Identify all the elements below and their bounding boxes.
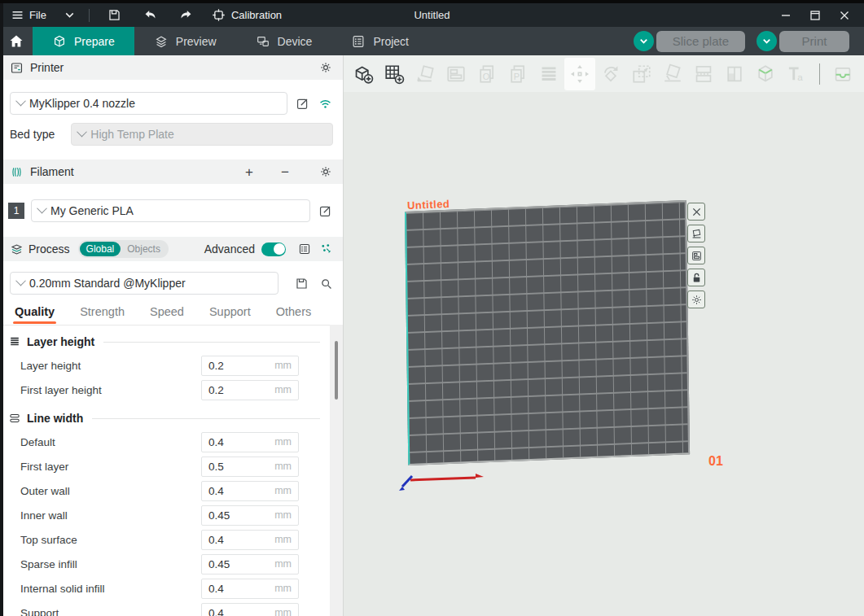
printer-settings-gear-icon[interactable] <box>318 60 333 75</box>
orient-plate-icon[interactable] <box>687 225 705 242</box>
param-value[interactable]: 0.2 <box>208 384 274 396</box>
print-options-chevron-icon[interactable] <box>757 31 777 51</box>
scope-objects-option[interactable]: Objects <box>121 242 167 256</box>
param-input[interactable]: 0.4mm <box>201 481 299 501</box>
process-tab-others[interactable]: Others <box>274 300 314 323</box>
delete-plate-icon[interactable] <box>687 203 705 221</box>
wifi-connection-icon[interactable] <box>317 95 333 111</box>
maximize-button[interactable] <box>804 6 827 25</box>
filament-settings-gear-icon[interactable] <box>318 164 333 179</box>
process-tab-support[interactable]: Support <box>208 300 252 323</box>
scope-global-option[interactable]: Global <box>80 242 121 256</box>
edit-filament-icon[interactable] <box>317 203 333 219</box>
filament-preset-select[interactable]: My Generic PLA <box>31 199 310 222</box>
process-preset-select[interactable]: 0.20mm Standard @MyKlipper <box>10 272 278 295</box>
filament-preset-value: My Generic PLA <box>50 204 134 217</box>
copy-icon: O <box>471 58 502 90</box>
viewport-3d[interactable]: OPa Untitled 01 <box>344 55 864 616</box>
slice-plate-button[interactable]: Slice plate <box>656 31 745 52</box>
param-input[interactable]: 0.45mm <box>201 505 299 526</box>
edit-printer-icon[interactable] <box>294 95 310 111</box>
process-tab-quality[interactable]: Quality <box>13 300 56 323</box>
hamburger-menu-icon[interactable] <box>10 8 24 23</box>
add-plate-icon[interactable] <box>379 58 410 90</box>
param-value[interactable]: 0.2 <box>208 360 274 372</box>
calibration-icon[interactable] <box>212 8 226 23</box>
undo-icon[interactable] <box>143 8 158 23</box>
tab-label: Project <box>373 35 409 48</box>
printer-preset-select[interactable]: MyKlipper 0.4 nozzle <box>10 92 287 115</box>
save-icon[interactable] <box>107 8 122 23</box>
process-tab-speed[interactable]: Speed <box>148 300 186 323</box>
arrange-plate-icon[interactable] <box>687 247 705 264</box>
advanced-toggle[interactable] <box>261 242 286 256</box>
parameter-list: Layer heightLayer height0.2mmFirst layer… <box>0 325 343 616</box>
param-value[interactable]: 0.45 <box>208 509 274 522</box>
file-menu[interactable]: File <box>29 9 46 21</box>
build-plate[interactable] <box>405 200 690 465</box>
param-value[interactable]: 0.4 <box>208 436 274 448</box>
save-preset-icon[interactable] <box>293 275 309 291</box>
redo-icon[interactable] <box>179 8 194 23</box>
parameter-list-icon[interactable] <box>297 242 312 256</box>
plate-settings-icon[interactable] <box>687 291 705 308</box>
slice-options-chevron-icon[interactable] <box>634 31 654 51</box>
section-header-layer-height[interactable]: Layer height <box>0 330 343 353</box>
tab-prepare[interactable]: Prepare <box>33 27 134 55</box>
window-left-edge <box>0 0 3 616</box>
remove-filament-icon[interactable]: − <box>278 164 292 179</box>
param-value[interactable]: 0.4 <box>208 534 274 546</box>
bed-type-select[interactable]: High Temp Plate <box>71 123 333 146</box>
print-button[interactable]: Print <box>779 31 849 52</box>
print-split-button[interactable]: Print <box>757 31 849 52</box>
add-filament-icon[interactable]: + <box>242 164 257 179</box>
bed-type-value: High Temp Plate <box>90 128 173 141</box>
plate-number-label: 01 <box>708 454 723 469</box>
param-input[interactable]: 0.4mm <box>201 579 299 599</box>
minimize-button[interactable] <box>774 6 797 25</box>
close-button[interactable] <box>833 6 856 25</box>
scrollbar-thumb[interactable] <box>335 341 338 400</box>
param-input[interactable]: 0.2mm <box>201 356 299 376</box>
lock-plate-icon[interactable] <box>687 269 705 286</box>
param-unit: mm <box>274 485 292 496</box>
process-scope-toggle[interactable]: Global Objects <box>78 240 169 258</box>
process-preset-value: 0.20mm Standard @MyKlipper <box>29 277 186 290</box>
compare-presets-icon[interactable] <box>318 242 333 256</box>
param-value[interactable]: 0.4 <box>208 485 274 497</box>
filament-section-header: Filament + − <box>0 159 343 184</box>
param-value[interactable]: 0.4 <box>208 583 274 595</box>
plate-name-label[interactable]: Untitled <box>407 198 450 212</box>
add-model-icon[interactable] <box>348 58 379 90</box>
param-value[interactable]: 0.5 <box>208 461 274 473</box>
printer-preset-value: MyKlipper 0.4 nozzle <box>29 97 135 110</box>
chevron-down-icon[interactable] <box>63 8 77 23</box>
combo-chevron-icon <box>15 275 26 286</box>
param-input[interactable]: 0.5mm <box>201 457 299 477</box>
sidebar-scrollbar[interactable] <box>330 325 343 616</box>
search-settings-icon[interactable] <box>318 275 334 291</box>
filament-slot-badge[interactable]: 1 <box>8 203 24 219</box>
svg-text:P: P <box>514 71 520 81</box>
calibration-menu[interactable]: Calibration <box>231 9 282 21</box>
split-icon <box>688 58 719 90</box>
param-unit: mm <box>274 558 292 570</box>
tab-preview[interactable]: Preview <box>134 27 236 55</box>
tab-project[interactable]: Project <box>331 27 428 55</box>
process-tab-strength[interactable]: Strength <box>78 300 126 323</box>
param-input[interactable]: 0.45mm <box>201 554 299 574</box>
section-header-line-width[interactable]: Line width <box>0 407 343 430</box>
printer-section-header: Printer <box>0 55 343 80</box>
svg-text:O: O <box>483 71 490 81</box>
param-value[interactable]: 0.45 <box>208 558 274 570</box>
param-label: First layer height <box>20 384 102 396</box>
param-value[interactable]: 0.4 <box>208 607 274 616</box>
paste-icon: P <box>502 58 533 90</box>
param-input[interactable]: 0.4mm <box>201 432 299 452</box>
param-input[interactable]: 0.2mm <box>201 380 299 400</box>
slice-plate-split-button[interactable]: Slice plate <box>634 31 745 52</box>
tab-device[interactable]: Device <box>236 27 332 55</box>
home-button[interactable] <box>0 27 33 55</box>
param-input[interactable]: 0.4mm <box>201 603 299 616</box>
param-input[interactable]: 0.4mm <box>201 530 299 550</box>
